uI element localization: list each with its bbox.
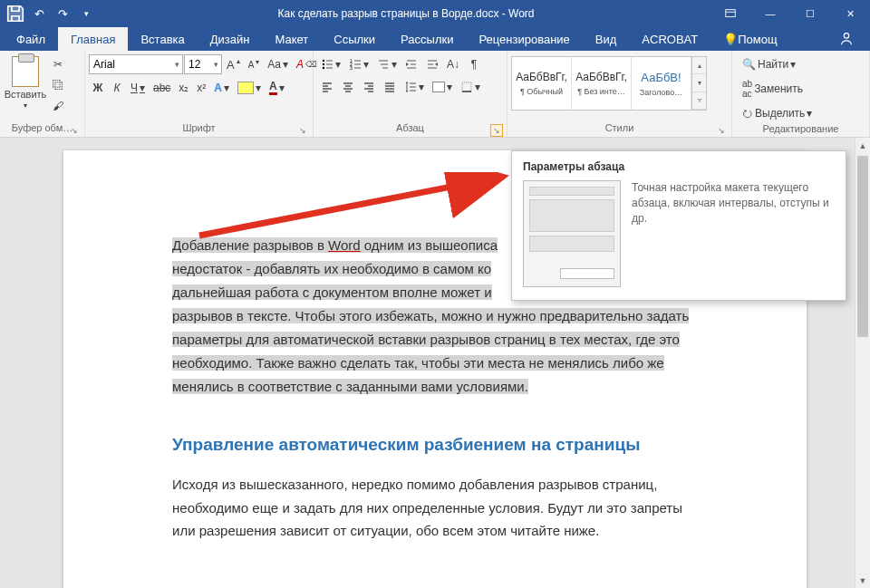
justify-button[interactable] xyxy=(380,77,400,97)
tell-me[interactable]: 💡Помощ xyxy=(710,27,789,51)
numbering-button[interactable]: 123▾ xyxy=(345,54,372,74)
multilevel-list-button[interactable]: ▾ xyxy=(373,54,401,74)
group-label-paragraph: Абзац xyxy=(396,122,424,133)
minimize-icon[interactable]: ― xyxy=(750,0,790,27)
ribbon: Вставить ▾ ✂ ⿻ 🖌 Буфер обм…↘ Arial 12 A▴… xyxy=(0,51,870,138)
scroll-up-icon[interactable]: ▲ xyxy=(856,138,870,153)
show-marks-button[interactable]: ¶ xyxy=(464,54,484,74)
group-clipboard: Вставить ▾ ✂ ⿻ 🖌 Буфер обм…↘ xyxy=(0,51,85,137)
heading-2[interactable]: Управление автоматическим разбиением на … xyxy=(172,435,698,455)
tab-review[interactable]: Рецензирование xyxy=(466,27,582,51)
paste-icon xyxy=(12,56,39,87)
group-label-clipboard: Буфер обм… xyxy=(12,122,72,133)
paragraph-2[interactable]: Исходя из вышесказанного, нередко помимо… xyxy=(172,473,698,544)
scroll-down-icon[interactable]: ▼ xyxy=(856,573,870,588)
styles-gallery-scroll[interactable]: ▴▾▿ xyxy=(691,57,706,110)
scroll-thumb[interactable] xyxy=(857,156,868,337)
cut-button[interactable]: ✂ xyxy=(49,54,67,74)
group-editing: 🔍Найти ▾ abacЗаменить ⭮Выделить ▾ Редакт… xyxy=(732,51,870,137)
quick-access-toolbar: ↶ ↷ ▾ xyxy=(0,4,102,24)
ribbon-options-icon[interactable] xyxy=(710,0,750,27)
tab-mailings[interactable]: Рассылки xyxy=(388,27,466,51)
replace-icon: abac xyxy=(742,79,752,99)
align-center-button[interactable] xyxy=(338,77,358,97)
subscript-button[interactable]: x₂ xyxy=(175,78,192,98)
style-normal[interactable]: АаБбВвГг,¶ Обычный xyxy=(512,57,572,110)
paragraph-settings-tooltip: Параметры абзаца Точная настройка макета… xyxy=(511,150,846,301)
font-name-combo[interactable]: Arial xyxy=(89,54,183,74)
style-no-spacing[interactable]: АаБбВвГг,¶ Без инте… xyxy=(572,57,632,110)
tab-references[interactable]: Ссылки xyxy=(321,27,388,51)
format-painter-button[interactable]: 🖌 xyxy=(49,96,67,116)
svg-text:3: 3 xyxy=(350,65,353,71)
window-controls: ― ☐ ✕ xyxy=(710,0,870,27)
svg-point-1 xyxy=(844,34,848,38)
grow-font-button[interactable]: A▴ xyxy=(223,54,244,74)
styles-gallery: АаБбВвГг,¶ Обычный АаБбВвГг,¶ Без инте… … xyxy=(511,56,707,111)
line-spacing-button[interactable]: ▾ xyxy=(401,77,428,97)
paragraph-launcher[interactable]: ↘ xyxy=(490,124,503,137)
sort-button[interactable]: A↓ xyxy=(443,54,463,74)
svg-point-4 xyxy=(323,67,324,69)
text-effects-button[interactable]: A▾ xyxy=(210,78,233,98)
style-heading1[interactable]: АаБбВ!Заголово… xyxy=(632,57,691,110)
group-label-styles: Стили xyxy=(605,122,634,133)
superscript-button[interactable]: x² xyxy=(193,78,209,98)
clipboard-launcher[interactable]: ↘ xyxy=(68,124,81,137)
tab-insert[interactable]: Вставка xyxy=(128,27,197,51)
shrink-font-button[interactable]: A▾ xyxy=(245,54,264,74)
search-icon: 🔍 xyxy=(742,58,756,71)
tab-layout[interactable]: Макет xyxy=(262,27,321,51)
highlight-button[interactable]: ▾ xyxy=(234,78,265,98)
copy-button[interactable]: ⿻ xyxy=(49,75,67,95)
tab-home[interactable]: Главная xyxy=(58,27,128,51)
strikethrough-button[interactable]: abc xyxy=(150,78,174,98)
decrease-indent-button[interactable] xyxy=(401,54,421,74)
underline-button[interactable]: Ч▾ xyxy=(127,78,149,98)
tab-acrobat[interactable]: ACROBAT xyxy=(629,27,710,51)
bullets-button[interactable]: ▾ xyxy=(317,54,344,74)
borders-button[interactable]: ▾ xyxy=(457,77,484,97)
svg-point-3 xyxy=(323,63,324,65)
tooltip-preview-image xyxy=(523,180,621,287)
select-button[interactable]: ⭮Выделить ▾ xyxy=(736,103,818,123)
paste-button[interactable]: Вставить ▾ xyxy=(4,53,47,110)
bold-button[interactable]: Ж xyxy=(89,78,107,98)
highlight-icon xyxy=(237,82,254,94)
align-right-button[interactable] xyxy=(359,77,379,97)
styles-launcher[interactable]: ↘ xyxy=(715,124,728,137)
tab-view[interactable]: Вид xyxy=(583,27,630,51)
group-font: Arial 12 A▴ A▾ Aa▾ A⌫ Ж К Ч▾ abc x₂ x² A… xyxy=(85,51,314,137)
save-icon[interactable] xyxy=(5,4,25,24)
group-label-editing: Редактирование xyxy=(763,123,839,134)
change-case-button[interactable]: Aa▾ xyxy=(264,54,292,74)
font-size-combo[interactable]: 12 xyxy=(184,54,222,74)
group-label-font: Шрифт xyxy=(182,122,215,133)
replace-button[interactable]: abacЗаменить xyxy=(736,76,809,101)
tab-design[interactable]: Дизайн xyxy=(198,27,263,51)
align-left-button[interactable] xyxy=(317,77,337,97)
ribbon-tabs: Файл Главная Вставка Дизайн Макет Ссылки… xyxy=(0,27,870,51)
increase-indent-button[interactable] xyxy=(422,54,442,74)
font-color-button[interactable]: A▾ xyxy=(266,77,288,98)
tooltip-title: Параметры абзаца xyxy=(523,160,835,173)
svg-rect-0 xyxy=(726,10,736,17)
maximize-icon[interactable]: ☐ xyxy=(790,0,830,27)
svg-point-2 xyxy=(323,60,324,62)
group-paragraph: ▾ 123▾ ▾ A↓ ¶ ▾ ▾ ▾ Абзац↘ xyxy=(314,51,508,137)
italic-button[interactable]: К xyxy=(108,78,126,98)
tab-file[interactable]: Файл xyxy=(4,27,58,51)
undo-icon[interactable]: ↶ xyxy=(29,4,49,24)
close-icon[interactable]: ✕ xyxy=(830,0,870,27)
lightbulb-icon: 💡 xyxy=(723,33,738,46)
share-icon[interactable] xyxy=(828,31,865,47)
find-button[interactable]: 🔍Найти ▾ xyxy=(736,54,802,74)
redo-icon[interactable]: ↷ xyxy=(53,4,72,24)
qat-dropdown-icon[interactable]: ▾ xyxy=(76,4,96,24)
shading-button[interactable]: ▾ xyxy=(429,77,456,97)
svg-rect-8 xyxy=(462,82,471,92)
font-launcher[interactable]: ↘ xyxy=(296,124,309,137)
vertical-scrollbar[interactable]: ▲ ▼ xyxy=(855,138,870,588)
window-title: Как сделать разрыв страницы в Ворде.docx… xyxy=(102,7,710,20)
group-styles: АаБбВвГг,¶ Обычный АаБбВвГг,¶ Без инте… … xyxy=(508,51,732,137)
